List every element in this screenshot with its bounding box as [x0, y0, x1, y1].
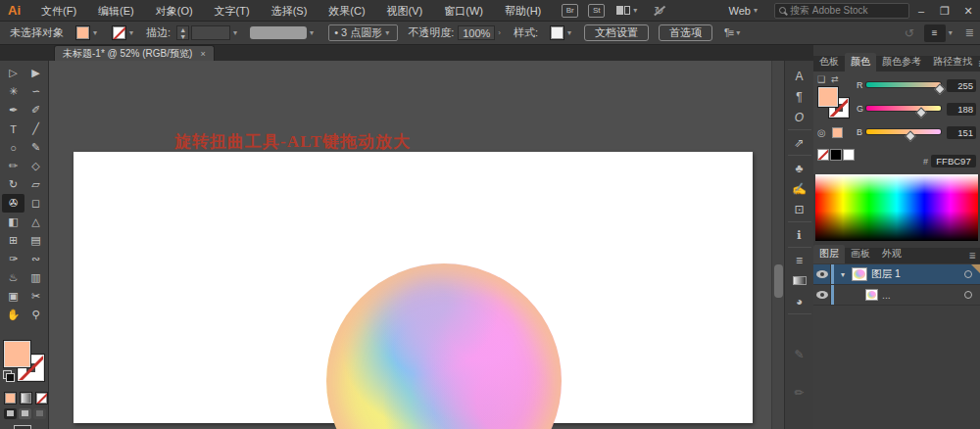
- character-panel-icon[interactable]: A: [788, 66, 811, 86]
- color-spectrum-picker[interactable]: [815, 174, 978, 241]
- arrange-documents-icon[interactable]: ▾: [616, 6, 640, 15]
- layer-name[interactable]: 图层 1: [871, 267, 901, 281]
- gradient-button[interactable]: [20, 392, 32, 405]
- blue-slider-track[interactable]: [866, 129, 941, 134]
- proxy-mini-icon[interactable]: ❑: [817, 74, 825, 84]
- sublayer-name[interactable]: ...: [882, 289, 891, 301]
- twirl-tool-selected[interactable]: ✇: [2, 194, 24, 213]
- column-graph-tool[interactable]: ▥: [24, 268, 47, 287]
- menu-view[interactable]: 视图(V): [376, 0, 434, 22]
- shape-builder-tool[interactable]: ◧: [2, 213, 24, 231]
- appearance-panel-icon[interactable]: ◕: [788, 291, 811, 311]
- blue-value-field[interactable]: 151: [947, 126, 976, 139]
- menu-select[interactable]: 选择(S): [261, 0, 318, 22]
- canvas-area[interactable]: 旋转扭曲工具-ALT键拖动放大: [49, 61, 771, 429]
- mesh-tool[interactable]: ⊞: [2, 231, 24, 250]
- hand-tool[interactable]: ✋: [2, 306, 24, 324]
- selection-tool[interactable]: ▷: [2, 64, 24, 82]
- paintbrush-tool[interactable]: ✎: [24, 138, 47, 157]
- pencil-tool[interactable]: ✏: [2, 157, 24, 175]
- panel-menu-icon[interactable]: ≣: [968, 251, 976, 263]
- menu-effect[interactable]: 效果(C): [318, 0, 375, 22]
- expand-chevron-icon[interactable]: ▾: [838, 270, 848, 279]
- bridge-button[interactable]: Br: [562, 4, 578, 18]
- symbol-sprayer-tool[interactable]: ♨: [2, 268, 24, 287]
- layer-sublayer-row[interactable]: ...: [813, 285, 980, 306]
- type-tool[interactable]: T: [2, 119, 24, 138]
- paragraph-panel-icon[interactable]: ¶: [788, 86, 811, 107]
- green-slider[interactable]: [866, 99, 941, 119]
- screen-mode-button[interactable]: [14, 425, 31, 429]
- blend-tool[interactable]: ∾: [24, 250, 47, 268]
- hex-value-field[interactable]: FFBC97: [931, 155, 976, 167]
- opacity-value[interactable]: 100%: [458, 25, 495, 40]
- export-panel-icon[interactable]: ⇗: [788, 132, 811, 153]
- visibility-cell[interactable]: [813, 285, 831, 305]
- tab-appearance[interactable]: 外观: [876, 245, 907, 263]
- lasso-tool[interactable]: ∽: [24, 82, 47, 101]
- minimize-button[interactable]: –: [909, 0, 933, 22]
- chevron-down-icon[interactable]: ▾: [567, 28, 571, 37]
- preferences-button[interactable]: 首选项: [659, 24, 712, 41]
- layer-target-icon[interactable]: [964, 291, 972, 299]
- tab-artboards[interactable]: 画板: [845, 245, 876, 263]
- black-swatch[interactable]: [830, 149, 842, 161]
- fill-color-swatch[interactable]: [75, 25, 90, 40]
- none-swatch[interactable]: [817, 149, 829, 161]
- scrollbar-thumb[interactable]: [774, 264, 783, 298]
- chevron-down-icon[interactable]: ▾: [129, 28, 133, 37]
- gradient-tool[interactable]: ▤: [24, 231, 47, 250]
- chevron-down-icon[interactable]: ▾: [310, 28, 314, 37]
- red-slider[interactable]: [866, 75, 941, 95]
- text-align-icon[interactable]: ¶≡: [724, 27, 733, 38]
- stroke-weight-stepper[interactable]: ▲▼: [176, 25, 189, 40]
- workspace-switcher[interactable]: Web ▾: [729, 5, 760, 17]
- tab-color[interactable]: 颜色: [845, 53, 876, 72]
- twirled-gradient-mesh-circle[interactable]: [326, 263, 562, 429]
- visibility-cell[interactable]: [813, 264, 831, 284]
- default-fill-stroke-icon[interactable]: [3, 370, 12, 379]
- swap-fill-stroke-icon[interactable]: ⇄: [831, 74, 839, 84]
- chevron-down-icon[interactable]: ▾: [233, 28, 237, 37]
- tab-pathfinder[interactable]: 路径查找: [927, 53, 978, 72]
- stock-button[interactable]: St: [588, 4, 605, 18]
- document-setup-button[interactable]: 文档设置: [584, 24, 649, 41]
- brushes-panel-icon[interactable]: ✍: [788, 178, 811, 199]
- eyedropper-tool[interactable]: ✑: [2, 250, 24, 268]
- direct-selection-tool[interactable]: ▶: [24, 64, 47, 82]
- gradient-panel-icon[interactable]: [788, 270, 811, 291]
- document-tab[interactable]: 未标题-1* @ 52% (RGB/预览) ×: [54, 45, 215, 61]
- panel-toggle-button[interactable]: ≡: [924, 24, 946, 42]
- menu-help[interactable]: 帮助(H): [494, 0, 552, 22]
- red-value-field[interactable]: 255: [947, 79, 976, 92]
- artboard[interactable]: [74, 152, 753, 423]
- draw-behind-button[interactable]: [19, 408, 31, 419]
- menu-edit[interactable]: 编辑(E): [87, 0, 145, 22]
- layer-thumbnail[interactable]: [852, 267, 867, 281]
- close-button[interactable]: ✕: [956, 0, 980, 22]
- none-button[interactable]: [35, 392, 48, 405]
- tab-color-guide[interactable]: 颜色参考: [876, 53, 927, 72]
- opacity-flyout-icon[interactable]: ›: [498, 28, 501, 37]
- tab-layers[interactable]: 图层: [813, 245, 845, 263]
- info-panel-icon[interactable]: ℹ: [788, 224, 811, 245]
- eye-icon[interactable]: [816, 291, 828, 299]
- chevron-down-icon[interactable]: ▾: [93, 28, 97, 37]
- tab-swatches[interactable]: 色板: [813, 53, 845, 72]
- layer-row-selected[interactable]: ▾ 图层 1: [813, 264, 980, 285]
- free-transform-tool[interactable]: ◻: [24, 194, 47, 213]
- green-slider-track[interactable]: [866, 106, 941, 111]
- search-input[interactable]: [790, 5, 898, 16]
- chevron-down-icon[interactable]: ▾: [736, 28, 740, 37]
- links-panel-icon[interactable]: ⊡: [788, 199, 811, 219]
- stroke-weight-dropdown[interactable]: [191, 25, 230, 40]
- color-button[interactable]: [4, 392, 17, 405]
- white-swatch[interactable]: [843, 149, 855, 161]
- chevron-down-icon[interactable]: ▾: [949, 28, 953, 37]
- restore-button[interactable]: ❐: [933, 0, 956, 22]
- menu-type[interactable]: 文字(T): [204, 0, 261, 22]
- eraser-tool[interactable]: ◇: [24, 157, 47, 175]
- eye-icon[interactable]: [816, 270, 828, 278]
- variable-width-profile[interactable]: [250, 26, 307, 39]
- slice-tool[interactable]: ✂: [24, 287, 47, 306]
